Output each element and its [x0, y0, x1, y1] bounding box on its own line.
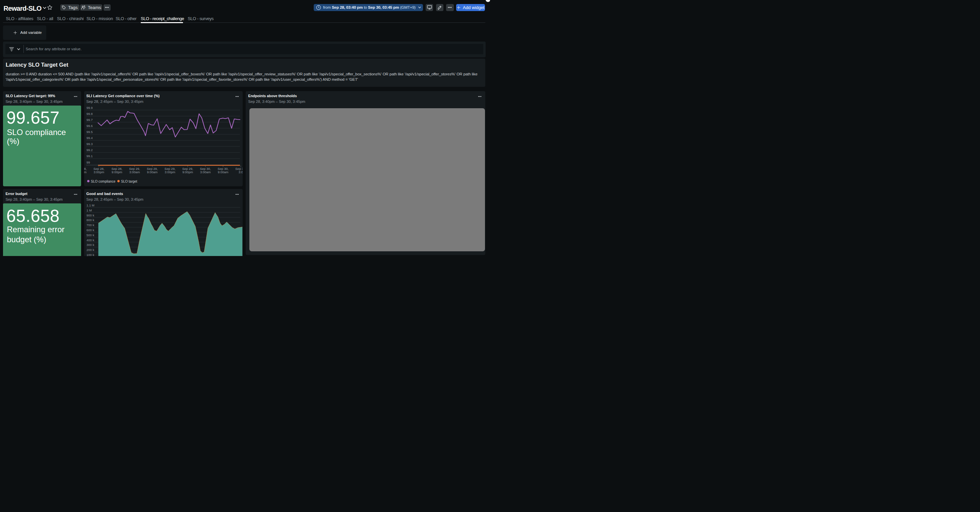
- svg-text:3:00pm: 3:00pm: [165, 170, 175, 174]
- svg-text:300 k: 300 k: [86, 243, 94, 246]
- svg-text:9:00am: 9:00am: [84, 170, 86, 174]
- svg-text:SLO target: SLO target: [121, 180, 137, 183]
- svg-text:600 k: 600 k: [86, 228, 94, 232]
- svg-text:1.1 M: 1.1 M: [86, 204, 94, 207]
- svg-text:3:00pm: 3:00pm: [94, 170, 104, 174]
- svg-text:9:00am: 9:00am: [147, 170, 158, 174]
- svg-text:3:00am: 3:00am: [200, 170, 211, 174]
- svg-text:400 k: 400 k: [86, 238, 94, 242]
- svg-text:9:00pm: 9:00pm: [111, 170, 123, 174]
- svg-text:99.6: 99.6: [86, 124, 93, 128]
- svg-text:3:0: 3:0: [239, 170, 243, 174]
- svg-text:500 k: 500 k: [86, 233, 94, 237]
- svg-text:100 k: 100 k: [86, 253, 94, 256]
- svg-text:99.1: 99.1: [86, 154, 93, 158]
- svg-text:99.2: 99.2: [86, 148, 93, 152]
- svg-text:99.4: 99.4: [86, 136, 93, 140]
- svg-text:9:00pm: 9:00pm: [182, 170, 193, 174]
- svg-text:99: 99: [86, 161, 90, 164]
- svg-text:200 k: 200 k: [86, 248, 94, 252]
- svg-text:800 k: 800 k: [86, 218, 94, 222]
- svg-text:99.3: 99.3: [86, 142, 93, 146]
- svg-text:700 k: 700 k: [86, 223, 94, 227]
- svg-text:1 M: 1 M: [86, 208, 92, 212]
- svg-text:3:00am: 3:00am: [129, 170, 140, 174]
- svg-text:SLO compliance: SLO compliance: [91, 180, 116, 183]
- svg-text:900 k: 900 k: [86, 213, 94, 217]
- svg-text:99.9: 99.9: [86, 106, 93, 110]
- svg-text:99.5: 99.5: [86, 130, 93, 134]
- svg-text:99.7: 99.7: [86, 118, 93, 122]
- svg-text:9:00am: 9:00am: [218, 170, 229, 174]
- svg-text:99.8: 99.8: [86, 112, 93, 116]
